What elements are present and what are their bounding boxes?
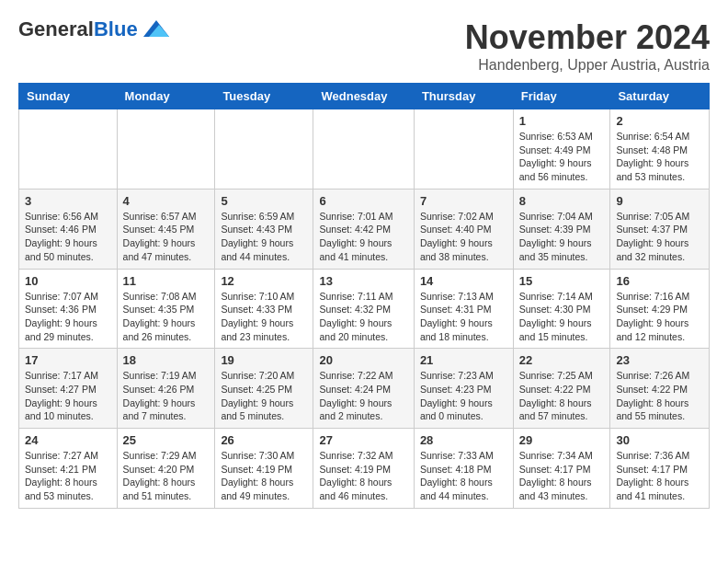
calendar-cell: 3Sunrise: 6:56 AM Sunset: 4:46 PM Daylig… bbox=[19, 189, 118, 269]
day-info: Sunrise: 7:32 AM Sunset: 4:19 PM Dayligh… bbox=[319, 449, 407, 503]
day-number: 30 bbox=[616, 433, 703, 447]
day-info: Sunrise: 7:05 AM Sunset: 4:37 PM Dayligh… bbox=[616, 210, 703, 264]
day-info: Sunrise: 7:10 AM Sunset: 4:33 PM Dayligh… bbox=[221, 290, 307, 344]
day-number: 5 bbox=[221, 194, 307, 208]
day-info: Sunrise: 7:34 AM Sunset: 4:17 PM Dayligh… bbox=[519, 449, 605, 503]
day-number: 9 bbox=[616, 194, 703, 208]
calendar-cell bbox=[414, 109, 513, 190]
day-info: Sunrise: 7:26 AM Sunset: 4:22 PM Dayligh… bbox=[616, 369, 703, 423]
calendar-cell bbox=[117, 109, 215, 190]
day-info: Sunrise: 7:17 AM Sunset: 4:27 PM Dayligh… bbox=[25, 369, 111, 423]
col-header-sunday: Sunday bbox=[19, 84, 118, 109]
day-info: Sunrise: 6:54 AM Sunset: 4:48 PM Dayligh… bbox=[616, 130, 703, 184]
day-number: 4 bbox=[123, 194, 210, 208]
day-number: 22 bbox=[519, 353, 605, 367]
day-number: 23 bbox=[616, 353, 703, 367]
day-number: 2 bbox=[616, 114, 703, 128]
calendar-cell: 22Sunrise: 7:25 AM Sunset: 4:22 PM Dayli… bbox=[513, 349, 610, 429]
day-number: 27 bbox=[319, 433, 407, 447]
day-number: 14 bbox=[420, 274, 507, 288]
day-number: 10 bbox=[25, 274, 111, 288]
day-info: Sunrise: 7:11 AM Sunset: 4:32 PM Dayligh… bbox=[319, 290, 407, 344]
day-number: 8 bbox=[519, 194, 605, 208]
day-info: Sunrise: 7:33 AM Sunset: 4:18 PM Dayligh… bbox=[420, 449, 507, 503]
title-section: November 2024 Handenberg, Upper Austria,… bbox=[465, 18, 710, 74]
calendar-cell: 17Sunrise: 7:17 AM Sunset: 4:27 PM Dayli… bbox=[19, 349, 118, 429]
day-number: 28 bbox=[420, 433, 507, 447]
calendar-week-row: 17Sunrise: 7:17 AM Sunset: 4:27 PM Dayli… bbox=[19, 349, 710, 429]
day-info: Sunrise: 7:04 AM Sunset: 4:39 PM Dayligh… bbox=[519, 210, 605, 264]
logo: GeneralBlue bbox=[18, 18, 169, 40]
logo-general: General bbox=[18, 17, 94, 40]
day-info: Sunrise: 7:02 AM Sunset: 4:40 PM Dayligh… bbox=[420, 210, 507, 264]
calendar-week-row: 1Sunrise: 6:53 AM Sunset: 4:49 PM Daylig… bbox=[19, 109, 710, 190]
calendar-cell: 27Sunrise: 7:32 AM Sunset: 4:19 PM Dayli… bbox=[313, 429, 414, 509]
calendar-cell: 10Sunrise: 7:07 AM Sunset: 4:36 PM Dayli… bbox=[19, 269, 118, 349]
logo-icon bbox=[143, 20, 169, 40]
calendar-cell: 4Sunrise: 6:57 AM Sunset: 4:45 PM Daylig… bbox=[117, 189, 215, 269]
calendar-cell: 14Sunrise: 7:13 AM Sunset: 4:31 PM Dayli… bbox=[414, 269, 513, 349]
page-header: GeneralBlue November 2024 Handenberg, Up… bbox=[18, 18, 710, 74]
day-info: Sunrise: 7:30 AM Sunset: 4:19 PM Dayligh… bbox=[221, 449, 307, 503]
day-info: Sunrise: 7:20 AM Sunset: 4:25 PM Dayligh… bbox=[221, 369, 307, 423]
calendar-cell: 19Sunrise: 7:20 AM Sunset: 4:25 PM Dayli… bbox=[215, 349, 313, 429]
day-number: 18 bbox=[123, 353, 210, 367]
day-info: Sunrise: 7:14 AM Sunset: 4:30 PM Dayligh… bbox=[519, 290, 605, 344]
calendar-cell: 16Sunrise: 7:16 AM Sunset: 4:29 PM Dayli… bbox=[610, 269, 710, 349]
day-info: Sunrise: 7:08 AM Sunset: 4:35 PM Dayligh… bbox=[123, 290, 210, 344]
col-header-saturday: Saturday bbox=[610, 84, 710, 109]
calendar-cell bbox=[215, 109, 313, 190]
calendar-week-row: 24Sunrise: 7:27 AM Sunset: 4:21 PM Dayli… bbox=[19, 429, 710, 509]
day-number: 29 bbox=[519, 433, 605, 447]
col-header-monday: Monday bbox=[117, 84, 215, 109]
day-info: Sunrise: 7:25 AM Sunset: 4:22 PM Dayligh… bbox=[519, 369, 605, 423]
calendar-cell: 1Sunrise: 6:53 AM Sunset: 4:49 PM Daylig… bbox=[513, 109, 610, 190]
calendar-cell: 21Sunrise: 7:23 AM Sunset: 4:23 PM Dayli… bbox=[414, 349, 513, 429]
day-info: Sunrise: 7:27 AM Sunset: 4:21 PM Dayligh… bbox=[25, 449, 111, 503]
calendar-cell: 28Sunrise: 7:33 AM Sunset: 4:18 PM Dayli… bbox=[414, 429, 513, 509]
calendar-cell: 18Sunrise: 7:19 AM Sunset: 4:26 PM Dayli… bbox=[117, 349, 215, 429]
calendar-cell: 12Sunrise: 7:10 AM Sunset: 4:33 PM Dayli… bbox=[215, 269, 313, 349]
calendar-cell: 7Sunrise: 7:02 AM Sunset: 4:40 PM Daylig… bbox=[414, 189, 513, 269]
day-info: Sunrise: 6:59 AM Sunset: 4:43 PM Dayligh… bbox=[221, 210, 307, 264]
location-title: Handenberg, Upper Austria, Austria bbox=[465, 57, 710, 74]
day-info: Sunrise: 7:01 AM Sunset: 4:42 PM Dayligh… bbox=[319, 210, 407, 264]
day-info: Sunrise: 6:56 AM Sunset: 4:46 PM Dayligh… bbox=[25, 210, 111, 264]
day-number: 13 bbox=[319, 274, 407, 288]
calendar-cell: 13Sunrise: 7:11 AM Sunset: 4:32 PM Dayli… bbox=[313, 269, 414, 349]
day-number: 20 bbox=[319, 353, 407, 367]
day-info: Sunrise: 7:07 AM Sunset: 4:36 PM Dayligh… bbox=[25, 290, 111, 344]
calendar-cell: 11Sunrise: 7:08 AM Sunset: 4:35 PM Dayli… bbox=[117, 269, 215, 349]
day-info: Sunrise: 6:57 AM Sunset: 4:45 PM Dayligh… bbox=[123, 210, 210, 264]
calendar-table: SundayMondayTuesdayWednesdayThursdayFrid… bbox=[18, 83, 710, 509]
calendar-header-row: SundayMondayTuesdayWednesdayThursdayFrid… bbox=[19, 84, 710, 109]
calendar-cell: 25Sunrise: 7:29 AM Sunset: 4:20 PM Dayli… bbox=[117, 429, 215, 509]
calendar-cell: 29Sunrise: 7:34 AM Sunset: 4:17 PM Dayli… bbox=[513, 429, 610, 509]
day-number: 21 bbox=[420, 353, 507, 367]
day-info: Sunrise: 7:29 AM Sunset: 4:20 PM Dayligh… bbox=[123, 449, 210, 503]
calendar-cell bbox=[313, 109, 414, 190]
day-number: 25 bbox=[123, 433, 210, 447]
calendar-cell: 30Sunrise: 7:36 AM Sunset: 4:17 PM Dayli… bbox=[610, 429, 710, 509]
day-info: Sunrise: 7:13 AM Sunset: 4:31 PM Dayligh… bbox=[420, 290, 507, 344]
day-number: 7 bbox=[420, 194, 507, 208]
day-info: Sunrise: 7:36 AM Sunset: 4:17 PM Dayligh… bbox=[616, 449, 703, 503]
calendar-cell: 23Sunrise: 7:26 AM Sunset: 4:22 PM Dayli… bbox=[610, 349, 710, 429]
calendar-cell: 2Sunrise: 6:54 AM Sunset: 4:48 PM Daylig… bbox=[610, 109, 710, 190]
calendar-week-row: 3Sunrise: 6:56 AM Sunset: 4:46 PM Daylig… bbox=[19, 189, 710, 269]
day-number: 11 bbox=[123, 274, 210, 288]
col-header-wednesday: Wednesday bbox=[313, 84, 414, 109]
day-info: Sunrise: 7:16 AM Sunset: 4:29 PM Dayligh… bbox=[616, 290, 703, 344]
day-info: Sunrise: 7:23 AM Sunset: 4:23 PM Dayligh… bbox=[420, 369, 507, 423]
calendar-week-row: 10Sunrise: 7:07 AM Sunset: 4:36 PM Dayli… bbox=[19, 269, 710, 349]
calendar-cell: 15Sunrise: 7:14 AM Sunset: 4:30 PM Dayli… bbox=[513, 269, 610, 349]
col-header-tuesday: Tuesday bbox=[215, 84, 313, 109]
day-number: 16 bbox=[616, 274, 703, 288]
calendar-cell: 26Sunrise: 7:30 AM Sunset: 4:19 PM Dayli… bbox=[215, 429, 313, 509]
logo-blue: Blue bbox=[94, 17, 138, 40]
day-number: 12 bbox=[221, 274, 307, 288]
day-number: 26 bbox=[221, 433, 307, 447]
day-number: 24 bbox=[25, 433, 111, 447]
day-number: 17 bbox=[25, 353, 111, 367]
calendar-cell: 20Sunrise: 7:22 AM Sunset: 4:24 PM Dayli… bbox=[313, 349, 414, 429]
